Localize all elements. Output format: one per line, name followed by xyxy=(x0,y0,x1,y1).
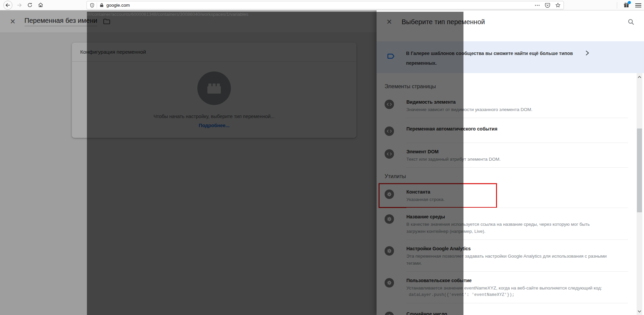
back-button[interactable] xyxy=(3,1,12,10)
reload-button[interactable] xyxy=(25,0,35,10)
url-text: https://tagmanager.google.com/#/containe… xyxy=(106,3,532,8)
chevron-right-icon[interactable] xyxy=(583,49,591,57)
scroll-down-arrow[interactable] xyxy=(637,308,642,314)
forward-button[interactable] xyxy=(14,0,24,10)
scroll-up-arrow[interactable] xyxy=(637,74,642,80)
screen: https://tagmanager.google.com/#/containe… xyxy=(0,0,644,315)
toolbar-separator xyxy=(617,2,617,9)
scrollbar-thumb[interactable] xyxy=(637,128,642,212)
whats-new-gift-icon[interactable] xyxy=(623,2,630,9)
url-separator xyxy=(97,2,97,8)
browser-toolbar: https://tagmanager.google.com/#/containe… xyxy=(0,0,644,10)
bookmark-star-icon[interactable] xyxy=(555,2,561,8)
menu-hamburger-icon[interactable] xyxy=(635,3,641,8)
lock-icon[interactable] xyxy=(99,3,104,8)
home-button[interactable] xyxy=(36,0,45,10)
search-icon[interactable] xyxy=(628,18,635,25)
scrollbar-track xyxy=(637,73,642,315)
pocket-icon[interactable] xyxy=(545,2,550,8)
notification-dot xyxy=(628,1,631,4)
tracking-shield-icon[interactable] xyxy=(90,3,95,8)
url-bar[interactable]: https://tagmanager.google.com/#/containe… xyxy=(87,1,564,9)
page-actions-icon[interactable] xyxy=(535,4,540,6)
